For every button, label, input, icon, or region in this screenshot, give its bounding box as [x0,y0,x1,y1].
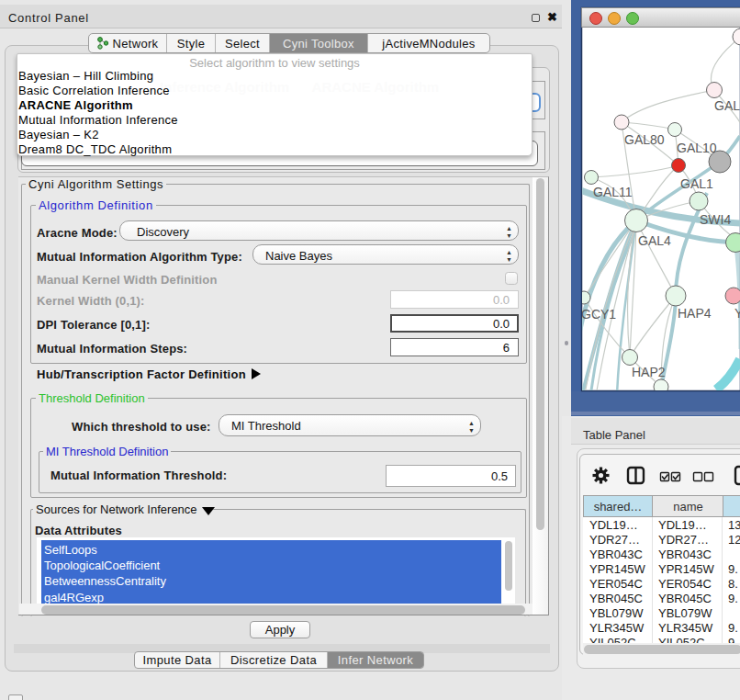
svg-text:Y: Y [734,306,740,321]
svg-text:GAL11: GAL11 [593,185,633,199]
svg-text:GAL10: GAL10 [677,141,717,155]
svg-text:GAL80: GAL80 [624,132,665,147]
svg-text:HAP2: HAP2 [632,365,666,379]
svg-text:GCY1: GCY1 [581,307,616,322]
svg-text:GAL1: GAL1 [680,176,713,191]
svg-text:GAL4: GAL4 [638,233,671,248]
svg-text:GAL: GAL [714,98,740,113]
svg-text:SWI4: SWI4 [700,212,731,227]
svg-text:HAP4: HAP4 [678,306,712,321]
